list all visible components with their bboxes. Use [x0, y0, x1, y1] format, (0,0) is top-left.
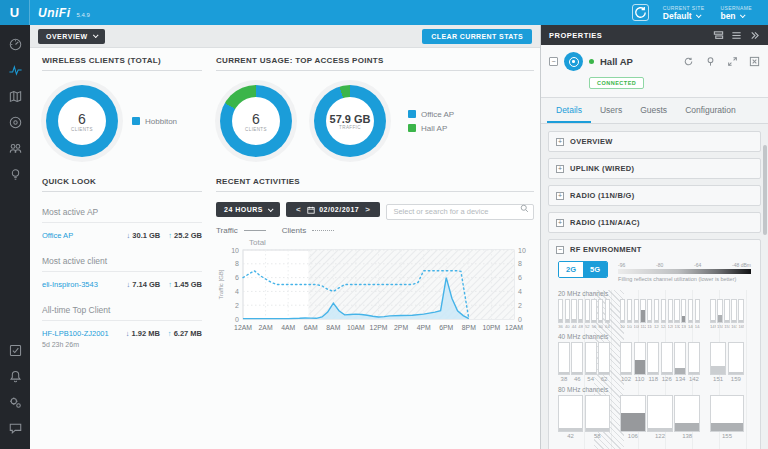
- section-rf-environment: −RF ENVIRONMENT2G5G-96-80-64-48 dBmFilli…: [548, 239, 761, 449]
- view-selector-dropdown[interactable]: OVERVIEW: [38, 29, 105, 44]
- menu-icon[interactable]: [731, 30, 742, 41]
- properties-title: PROPERTIES: [549, 31, 706, 40]
- channel-bar-106: [620, 395, 646, 432]
- entity-link[interactable]: eli-Inspiron-3543: [42, 280, 126, 289]
- panel-scrollbar[interactable]: [763, 145, 767, 235]
- legend-label: Office AP: [421, 110, 454, 119]
- channel-bar-118: [647, 342, 659, 375]
- svg-text:6: 6: [518, 274, 522, 281]
- expand-icon: +: [556, 165, 564, 173]
- sidebar-item-settings[interactable]: [0, 389, 30, 415]
- chevron-down-icon: [92, 32, 98, 38]
- channel-label: 134: [674, 376, 686, 382]
- channel-bar-124: [661, 299, 666, 323]
- tab-users[interactable]: Users: [591, 98, 631, 123]
- legend-label: Hall AP: [421, 124, 447, 133]
- rf-chart-label: 20 MHz channels: [558, 290, 751, 297]
- scale-tick: -64: [694, 262, 701, 268]
- tab-guests[interactable]: Guests: [631, 98, 676, 123]
- channel-bar-128: [668, 299, 673, 323]
- device-card: − Hall AP CONNECTED: [541, 45, 768, 98]
- clear-current-stats-button[interactable]: CLEAR CURRENT STATS: [422, 29, 532, 44]
- channel-bar-155: [710, 395, 744, 432]
- channel-bar-149: [710, 299, 716, 323]
- channel-bar-60: [598, 299, 603, 323]
- statistics-icon: [8, 63, 23, 78]
- channel-label: 157: [724, 324, 730, 329]
- section-label: UPLINK (WIRED): [570, 164, 634, 173]
- user-menu[interactable]: USERNAME ben: [720, 5, 752, 21]
- device-search-input[interactable]: [386, 204, 534, 220]
- section-header[interactable]: +RADIO (11N/A/AC): [549, 213, 760, 232]
- close-button[interactable]: [749, 56, 760, 67]
- refresh-button[interactable]: [632, 4, 649, 21]
- brand-name: UniFi: [38, 6, 71, 20]
- date-picker[interactable]: < 02/02/2017 >: [286, 202, 380, 217]
- svg-text:Total: Total: [249, 238, 266, 247]
- channel-label: 118: [647, 376, 659, 382]
- entity-link[interactable]: HF-LPB100-ZJ2001: [42, 329, 126, 338]
- channel-bar-58: [585, 395, 610, 432]
- sidebar-item-clients[interactable]: [0, 135, 30, 161]
- stack-icon[interactable]: [713, 30, 724, 41]
- time-range-dropdown[interactable]: 24 HOURS: [216, 202, 280, 217]
- section-label: RF ENVIRONMENT: [570, 245, 642, 254]
- sidebar-item-statistics[interactable]: [0, 57, 30, 83]
- channel-bar-144: [695, 299, 700, 323]
- quick-look-label: Most active AP: [42, 200, 202, 223]
- utilization-scale: -96-80-64-48 dBmFilling reflects channel…: [618, 261, 751, 282]
- channel-bar-44: [571, 299, 576, 323]
- svg-text:4AM: 4AM: [281, 324, 295, 331]
- next-day-button[interactable]: >: [363, 205, 372, 214]
- channel-bar-157: [724, 299, 730, 323]
- tab-details[interactable]: Details: [547, 98, 591, 123]
- section-header[interactable]: +RADIO (11N/B/G): [549, 186, 760, 205]
- channel-label: 38: [558, 376, 570, 382]
- ubiquiti-logo[interactable]: U: [0, 0, 30, 25]
- donut-label: CLIENTS: [245, 127, 267, 132]
- sidebar-item-insights[interactable]: [0, 161, 30, 187]
- band-2g-button[interactable]: 2G: [559, 262, 583, 277]
- legend-item: Office AP: [408, 110, 454, 119]
- channel-bar-38: [558, 342, 570, 375]
- channel-label: 144: [695, 324, 700, 329]
- main-content: OVERVIEW CLEAR CURRENT STATS WIRELESS CL…: [30, 25, 540, 449]
- access-point-icon: [564, 52, 583, 71]
- sidebar-item-chat[interactable]: [0, 415, 30, 441]
- locate-button[interactable]: [705, 56, 716, 67]
- svg-text:4PM: 4PM: [417, 324, 431, 331]
- collapse-panel-icon[interactable]: [749, 30, 760, 41]
- channel-label: 42: [558, 433, 583, 439]
- channel-label: 151: [710, 376, 726, 382]
- sidebar-item-events[interactable]: [0, 337, 30, 363]
- section-header[interactable]: −RF ENVIRONMENT: [549, 240, 760, 259]
- sidebar-item-map[interactable]: [0, 83, 30, 109]
- device-detail-sections: +OVERVIEW+UPLINK (WIRED)+RADIO (11N/B/G)…: [541, 124, 768, 449]
- scale-tick: -80: [656, 262, 663, 268]
- uptime-label: 5d 23h 26m: [42, 341, 202, 354]
- sidebar-item-alerts[interactable]: [0, 363, 30, 389]
- entity-link[interactable]: Office AP: [42, 231, 126, 240]
- top-access-points-title: CURRENT USAGE: TOP ACCESS POINTS: [216, 56, 534, 71]
- svg-text:Traffic [GB]: Traffic [GB]: [218, 269, 224, 299]
- sidebar-item-devices[interactable]: [0, 109, 30, 135]
- date-value: 02/02/2017: [319, 206, 359, 213]
- channel-label: 102: [620, 376, 632, 382]
- expand-button[interactable]: [727, 56, 738, 67]
- top-ap-donut-1: 6CLIENTS: [220, 85, 292, 157]
- site-selector[interactable]: CURRENT SITE Default: [663, 5, 705, 21]
- band-5g-button[interactable]: 5G: [583, 262, 607, 277]
- quick-look-row: eli-Inspiron-3543↓ 7.14 GB↑ 1.45 GB: [42, 272, 202, 298]
- download-arrow-icon: ↓: [126, 231, 130, 240]
- collapse-device-button[interactable]: −: [549, 57, 558, 66]
- prev-day-button[interactable]: <: [294, 205, 303, 214]
- expand-icon: +: [556, 219, 564, 227]
- section-header[interactable]: +OVERVIEW: [549, 132, 760, 151]
- dashboard-icon: [8, 37, 23, 52]
- sidebar-item-dashboard[interactable]: [0, 31, 30, 57]
- tab-configuration[interactable]: Configuration: [676, 98, 745, 123]
- section-header[interactable]: +UPLINK (WIRED): [549, 159, 760, 178]
- channel-bar-62: [598, 342, 610, 375]
- device-name: Hall AP: [600, 56, 672, 67]
- restart-button[interactable]: [683, 56, 694, 67]
